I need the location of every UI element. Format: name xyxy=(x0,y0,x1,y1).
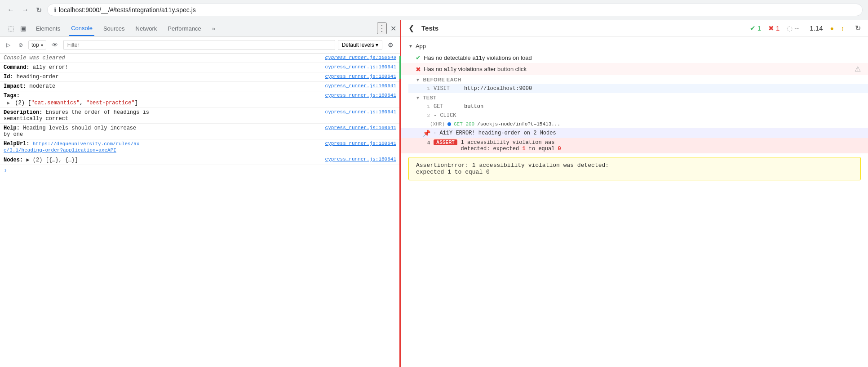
warn-icon: ⚠ xyxy=(855,65,861,73)
test-tree: ▼ App ✔ Has no detectable a11y violation… xyxy=(401,36,868,367)
arrow-icon: ↕ xyxy=(841,25,844,32)
assert-row[interactable]: 4 ASSERT 1 accessibility violation was d… xyxy=(401,138,868,153)
tab-more[interactable]: » xyxy=(210,22,217,36)
visit-command-row[interactable]: 1 VISIT http://localhost:9000 xyxy=(408,84,868,93)
dropdown-arrow: ▾ xyxy=(41,43,43,48)
impact-source[interactable]: cypress_runner.js:160641 xyxy=(325,83,396,89)
console-impact-row: Impact: moderate cypress_runner.js:16064… xyxy=(0,82,400,91)
pass-stat: ✔ 1 xyxy=(750,24,761,32)
id-label: Id: xyxy=(4,74,17,80)
refresh-button[interactable]: ↻ xyxy=(34,4,44,16)
a11y-error-row[interactable]: 📌 - A11Y ERROR! heading-order on 2 Nodes xyxy=(401,128,868,138)
top-label: top xyxy=(31,42,39,48)
command-label: Command: xyxy=(4,64,33,71)
visit-name: VISIT xyxy=(434,85,461,92)
suite-name: App xyxy=(416,43,426,49)
console-description-row: Description: Ensures the order of headin… xyxy=(0,108,400,124)
console-command-row: Command: a11y error! cypress_runner.js:1… xyxy=(0,63,400,72)
help-value: Heading levels should only increaseby on… xyxy=(4,125,136,138)
devtools-container: ⬚ ▣ Elements Console Sources Network Per… xyxy=(0,20,868,367)
id-source[interactable]: cypress_runner.js:160641 xyxy=(325,74,396,79)
error-text: AssertionError: 1 accessibility violatio… xyxy=(416,162,853,175)
devtools-more-icon[interactable]: ⋮ xyxy=(377,22,387,34)
filter-input[interactable] xyxy=(63,40,335,50)
assert-num: 4 xyxy=(423,140,430,145)
pass-icon: ✔ xyxy=(750,24,756,32)
levels-button[interactable]: Default levels ▾ xyxy=(338,40,382,50)
console-input-row: › xyxy=(0,165,400,176)
tab-sources[interactable]: Sources xyxy=(102,22,127,36)
pending-label: -- xyxy=(794,24,799,32)
xhr-row[interactable]: (XHR) GET 200 /sockjs-node/info?t=15413.… xyxy=(408,120,868,128)
pass-count: 1 xyxy=(757,24,761,32)
info-icon: ℹ xyxy=(54,6,56,13)
get-num: 1 xyxy=(423,104,430,109)
description-label: Description: xyxy=(4,109,46,116)
test-section-label: ▼ TEST xyxy=(408,93,868,102)
tags-label: Tags: xyxy=(4,93,20,99)
tab-network[interactable]: Network xyxy=(134,22,159,36)
dot-icon: ● xyxy=(830,25,834,32)
console-cleared-source[interactable]: cypress_runner.js:160649 xyxy=(325,55,396,60)
fail-stat: ✖ 1 xyxy=(768,24,779,32)
back-button[interactable]: ← xyxy=(5,4,16,16)
get-name: GET xyxy=(434,103,461,110)
test-back-button[interactable]: ❮ xyxy=(408,24,414,32)
cursor-icon[interactable]: ⬚ xyxy=(5,22,17,35)
eye-icon[interactable]: 👁 xyxy=(49,39,61,51)
time-stat: 1.14 xyxy=(810,24,823,32)
tags-triangle[interactable]: ▶ xyxy=(7,101,10,106)
test-refresh-button[interactable]: ↻ xyxy=(855,24,861,32)
help-label: Help: xyxy=(4,125,23,131)
console-content: Console was cleared cypress_runner.js:16… xyxy=(0,54,400,367)
console-prompt-icon: › xyxy=(4,167,7,174)
get-command-row[interactable]: 1 GET button xyxy=(408,102,868,111)
xhr-dot-icon xyxy=(447,122,451,126)
console-panel: ⬚ ▣ Elements Console Sources Network Per… xyxy=(0,20,401,367)
suite-label[interactable]: ▼ App xyxy=(401,40,868,52)
assert-badge: ASSERT xyxy=(434,139,457,145)
test-pass-icon: ✔ xyxy=(416,54,421,61)
test-pass-text: Has no detectable a11y violations on loa… xyxy=(424,54,532,61)
visit-arg: http://localhost:9000 xyxy=(464,85,532,92)
help-source[interactable]: cypress_runner.js:160641 xyxy=(325,125,396,130)
test-item-fail[interactable]: ✖ Has no a11y violations after button cl… xyxy=(401,63,868,75)
test-item-pass[interactable]: ✔ Has no detectable a11y violations on l… xyxy=(401,52,868,63)
tags-source[interactable]: cypress_runner.js:160641 xyxy=(325,93,396,99)
console-tags-row: Tags: cypress_runner.js:160641 ▶ (2) ["c… xyxy=(0,91,400,108)
description-source[interactable]: cypress_runner.js:160641 xyxy=(325,109,396,115)
nodes-source[interactable]: cypress_runner.js:160641 xyxy=(325,157,396,162)
click-num: 2 xyxy=(423,113,430,118)
click-command-row[interactable]: 2 - CLICK xyxy=(408,111,868,120)
command-source[interactable]: cypress_runner.js:160641 xyxy=(325,64,396,70)
console-cleared-text: Console was cleared xyxy=(4,55,65,61)
tab-elements[interactable]: Elements xyxy=(34,22,62,36)
suite-arrow: ▼ xyxy=(408,44,413,49)
inspector-icon[interactable]: ▣ xyxy=(18,22,29,35)
tab-performance[interactable]: Performance xyxy=(166,22,203,36)
top-dropdown[interactable]: top ▾ xyxy=(28,40,46,49)
test-title: Tests xyxy=(421,24,438,32)
address-bar[interactable]: ℹ localhost:9000/__/#/tests/integration/… xyxy=(47,4,863,16)
xhr-tag: (XHR) xyxy=(430,121,445,127)
block-icon[interactable]: ⊘ xyxy=(16,39,26,51)
test-header: ❮ Tests ✔ 1 ✖ 1 ◌ -- 1.14 ● ↕ ↻ xyxy=(401,20,868,36)
devtools-close-icon[interactable]: ✕ xyxy=(390,24,396,33)
assert-text: 1 accessibility violation was detected: … xyxy=(461,139,561,152)
nodes-value[interactable]: ▶ (2) [{…}, {…}] xyxy=(26,157,78,163)
gear-icon[interactable]: ⚙ xyxy=(385,39,396,51)
forward-button[interactable]: → xyxy=(20,4,31,16)
pending-icon: ◌ xyxy=(787,24,793,32)
tab-console[interactable]: Console xyxy=(69,21,94,36)
console-help-row: Help: Heading levels should only increas… xyxy=(0,124,400,139)
command-value: a11y error! xyxy=(33,64,68,71)
console-helpurl-row: HelpUrl: https://dequeuniversity.com/rul… xyxy=(0,139,400,155)
error-box: AssertionError: 1 accessibility violatio… xyxy=(408,157,861,180)
helpurl-source[interactable]: cypress_runner.js:160641 xyxy=(325,141,396,146)
browser-chrome: ← → ↻ ℹ localhost:9000/__/#/tests/integr… xyxy=(0,0,868,20)
console-nodes-row: Nodes: ▶ (2) [{…}, {…}] cypress_runner.j… xyxy=(0,155,400,165)
id-value: heading-order xyxy=(17,74,59,80)
play-icon[interactable]: ▷ xyxy=(4,39,13,51)
url-text: localhost:9000/__/#/tests/integration/a1… xyxy=(59,6,196,13)
click-name: - CLICK xyxy=(434,112,461,119)
